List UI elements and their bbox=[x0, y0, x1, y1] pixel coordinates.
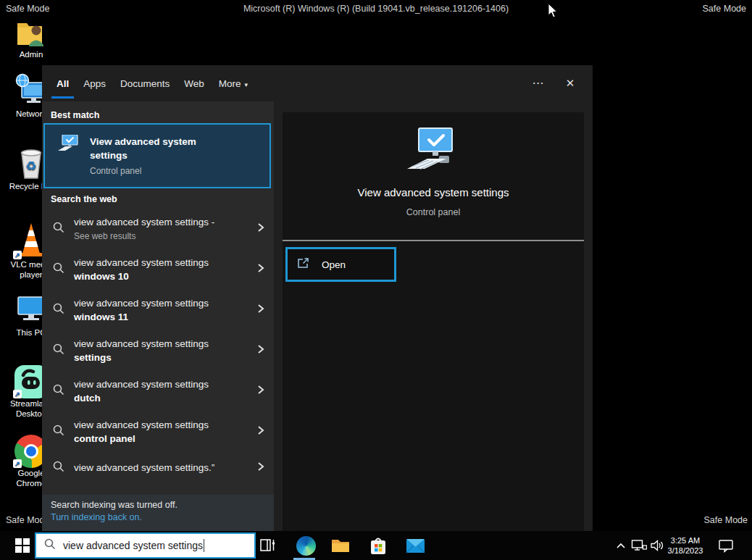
suggestion-subtext: See web results bbox=[74, 230, 256, 243]
file-explorer-icon bbox=[330, 537, 351, 554]
web-suggestion-row[interactable]: view advanced system settings.” bbox=[42, 455, 274, 481]
file-explorer-button[interactable] bbox=[328, 531, 353, 560]
search-web-header: Search the web bbox=[51, 194, 117, 204]
windows-logo-icon bbox=[15, 538, 30, 553]
svg-text:♻: ♻ bbox=[25, 159, 36, 173]
search-icon bbox=[52, 221, 65, 237]
suggestion-text: view advanced system settings.” bbox=[74, 461, 256, 475]
tab-web[interactable]: Web bbox=[183, 74, 206, 93]
safe-mode-label-top-right: Safe Mode bbox=[703, 4, 746, 14]
windows-build-banner: Microsoft (R) Windows (R) (Build 19041.v… bbox=[0, 4, 752, 14]
tab-documents[interactable]: Documents bbox=[119, 74, 171, 93]
suggestion-text: view advanced system settings - bbox=[74, 216, 256, 229]
chevron-right-icon bbox=[256, 383, 265, 399]
search-flyout: All Apps Documents Web More▾ ⋯ ✕ Best ma… bbox=[42, 65, 593, 531]
shortcut-arrow-icon: ↗ bbox=[13, 390, 22, 398]
admin-folder-icon bbox=[4, 12, 58, 49]
suggestion-text: view advanced system settings bbox=[74, 378, 256, 391]
edge-active-indicator bbox=[293, 558, 315, 560]
web-suggestion-row[interactable]: view advanced system settingswindows 10 bbox=[42, 249, 274, 290]
web-suggestion-row[interactable]: view advanced system settingsdutch bbox=[42, 371, 274, 411]
chevron-right-icon bbox=[256, 343, 265, 359]
close-button[interactable]: ✕ bbox=[558, 72, 582, 95]
safe-mode-label-bottom-right: Safe Mode bbox=[704, 515, 748, 525]
tray-time: 3:25 AM bbox=[665, 535, 706, 546]
suggestion-text: view advanced system settings bbox=[74, 297, 256, 310]
suggestion-text: view advanced system settings bbox=[74, 338, 256, 351]
shortcut-arrow-icon: ↗ bbox=[13, 251, 22, 259]
divider bbox=[283, 240, 584, 241]
preview-subtitle: Control panel bbox=[283, 207, 584, 217]
chevron-right-icon bbox=[256, 262, 265, 277]
taskbar-search-box[interactable]: view advanced system settings bbox=[35, 532, 256, 559]
indexing-notice: Search indexing was turned off. Turn ind… bbox=[42, 495, 274, 531]
tray-expand-button[interactable] bbox=[611, 531, 630, 560]
tab-all[interactable]: All bbox=[55, 74, 70, 93]
web-suggestion-row[interactable]: view advanced system settingscontrol pan… bbox=[42, 411, 274, 452]
best-match-result[interactable]: View advanced system settings Control pa… bbox=[43, 123, 271, 188]
result-preview-panel: View advanced system settings Control pa… bbox=[283, 112, 584, 531]
action-center-button[interactable] bbox=[714, 531, 738, 560]
mail-button[interactable] bbox=[403, 531, 427, 560]
web-suggestion-row[interactable]: view advanced system settingswindows 11 bbox=[42, 290, 274, 330]
start-button[interactable] bbox=[10, 531, 35, 560]
options-ellipsis-button[interactable]: ⋯ bbox=[526, 72, 551, 95]
mouse-cursor bbox=[548, 3, 558, 22]
suggestion-subtext: windows 11 bbox=[74, 311, 256, 324]
open-action-button[interactable]: Open bbox=[285, 247, 396, 282]
search-results-list: Best match View advanced system settings… bbox=[42, 101, 274, 531]
search-filter-tabs: All Apps Documents Web More▾ ⋯ ✕ bbox=[42, 65, 593, 101]
chevron-down-icon: ▾ bbox=[245, 81, 248, 88]
chevron-right-icon bbox=[256, 302, 265, 318]
search-icon bbox=[43, 538, 57, 553]
web-suggestion-row[interactable]: view advanced system settingssettings bbox=[42, 330, 274, 371]
microsoft-store-button[interactable] bbox=[366, 531, 390, 560]
open-external-icon bbox=[296, 256, 310, 273]
edge-taskbar-button[interactable] bbox=[293, 531, 318, 560]
search-icon bbox=[52, 383, 65, 399]
chevron-right-icon bbox=[256, 221, 265, 237]
action-center-icon bbox=[718, 538, 734, 553]
search-icon bbox=[52, 343, 65, 359]
search-icon bbox=[52, 460, 65, 476]
speaker-icon bbox=[650, 539, 664, 552]
task-view-button[interactable] bbox=[256, 531, 280, 560]
microsoft-store-icon bbox=[369, 536, 388, 556]
chevron-right-icon bbox=[256, 424, 265, 440]
text-caret bbox=[204, 539, 204, 552]
mail-icon bbox=[406, 538, 425, 553]
tab-apps[interactable]: Apps bbox=[82, 74, 107, 93]
best-match-subtitle: Control panel bbox=[90, 166, 227, 176]
chevron-right-icon bbox=[256, 460, 265, 476]
open-label: Open bbox=[322, 259, 346, 270]
web-suggestion-row[interactable]: view advanced system settings -See web r… bbox=[42, 209, 274, 249]
volume-tray-button[interactable] bbox=[647, 531, 667, 560]
network-tray-icon bbox=[631, 539, 647, 553]
chevron-up-icon bbox=[616, 542, 626, 549]
suggestion-subtext: settings bbox=[74, 351, 256, 364]
best-match-header: Best match bbox=[51, 110, 99, 120]
suggestion-text: view advanced system settings bbox=[74, 419, 256, 432]
desktop-icon-label: Admin bbox=[4, 49, 58, 59]
search-icon bbox=[52, 262, 65, 277]
suggestion-subtext: control panel bbox=[74, 432, 256, 446]
tray-date: 3/18/2023 bbox=[665, 546, 706, 556]
indexing-notice-text: Search indexing was turned off. bbox=[51, 500, 274, 510]
edge-icon bbox=[296, 536, 316, 556]
best-match-title: View advanced system settings bbox=[90, 135, 227, 162]
network-tray-button[interactable] bbox=[629, 531, 649, 560]
shortcut-arrow-icon: ↗ bbox=[13, 459, 22, 468]
suggestion-subtext: windows 10 bbox=[74, 270, 256, 283]
system-settings-icon bbox=[57, 135, 80, 154]
task-view-icon bbox=[259, 538, 277, 553]
clock[interactable]: 3:25 AM 3/18/2023 bbox=[665, 535, 706, 556]
tab-more[interactable]: More▾ bbox=[217, 74, 249, 93]
preview-title: View advanced system settings bbox=[283, 186, 584, 198]
desktop-icon-admin[interactable]: Admin bbox=[4, 12, 58, 59]
search-icon bbox=[52, 302, 65, 318]
suggestion-text: view advanced system settings bbox=[74, 256, 256, 269]
suggestion-subtext: dutch bbox=[74, 392, 256, 405]
indexing-notice-link[interactable]: Turn indexing back on. bbox=[51, 512, 274, 522]
taskbar: view advanced system settings bbox=[0, 531, 752, 560]
search-icon bbox=[52, 424, 65, 440]
